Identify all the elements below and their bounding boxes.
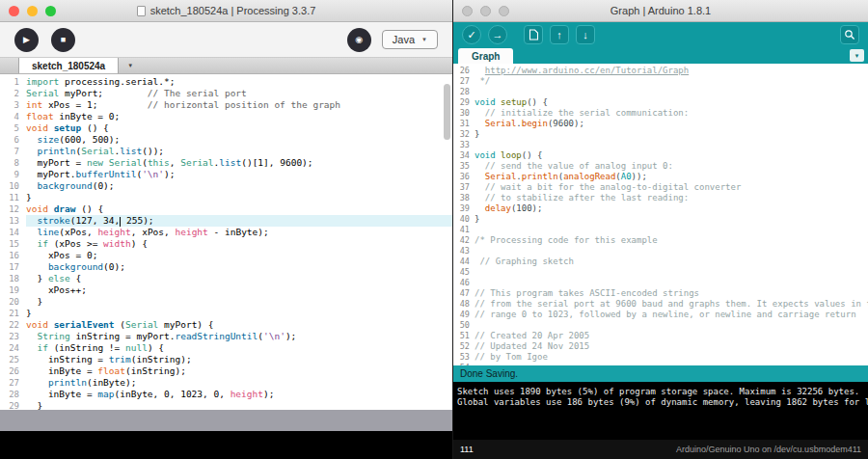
code-line[interactable]: 14 line(xPos, height, xPos, height - inB… <box>0 227 452 238</box>
code-line[interactable]: 28 inByte = map(inByte, 0, 1023, 0, heig… <box>0 389 452 400</box>
code-line[interactable]: 48// from the serial port at 9600 baud a… <box>453 299 868 310</box>
code-line[interactable]: 41 <box>453 225 868 235</box>
code-text: void setup() { <box>475 97 548 108</box>
code-line[interactable]: 33 <box>453 140 868 150</box>
code-line[interactable]: 9 myPort.bufferUntil('\n'); <box>0 169 452 180</box>
code-line[interactable]: 1import processing.serial.*; <box>0 76 452 88</box>
code-line[interactable]: 50 <box>453 320 868 331</box>
code-line[interactable]: 51// Created 20 Apr 2005 <box>453 331 868 341</box>
code-line[interactable]: 24 if (inString != null) { <box>0 342 452 354</box>
code-line[interactable]: 15 if (xPos >= width) { <box>0 238 452 250</box>
code-line[interactable]: 32} <box>453 129 868 140</box>
code-line[interactable]: 34void loop() { <box>453 150 868 161</box>
code-line[interactable]: 25 inString = trim(inString); <box>0 354 452 365</box>
code-line[interactable]: 11} <box>0 192 452 203</box>
code-line[interactable]: 29 } <box>0 400 452 410</box>
line-number: 21 <box>0 308 26 319</box>
code-line[interactable]: 46 <box>453 278 868 288</box>
code-line[interactable]: 37 // wait a bit for the analog-to-digit… <box>453 182 868 193</box>
processing-code-editor[interactable]: 1import processing.serial.*;2Serial myPo… <box>0 74 452 410</box>
tab-sketch-180524a[interactable]: sketch_180524a <box>18 58 119 73</box>
tab-menu-chevron-icon[interactable]: ▼ <box>850 49 864 62</box>
code-token: delay <box>485 203 511 213</box>
code-line[interactable]: 12void draw () { <box>0 203 452 215</box>
code-line[interactable]: 13 stroke(127, 34, 255); <box>0 215 452 227</box>
code-line[interactable]: 30 // initialize the serial communicatio… <box>453 108 868 119</box>
code-line[interactable]: 2Serial myPort; // The serial port <box>0 88 452 99</box>
line-number: 35 <box>453 161 475 172</box>
run-button[interactable]: ▶ <box>14 28 39 52</box>
zoom-window-button[interactable] <box>45 6 56 16</box>
tab-menu-chevron-icon[interactable]: ▼ <box>127 63 133 68</box>
code-line[interactable]: 49// range 0 to 1023, followed by a newl… <box>453 310 868 320</box>
minimize-window-button[interactable] <box>480 6 491 16</box>
code-line[interactable]: 20 } <box>0 296 452 308</box>
code-text: line(xPos, height, xPos, height - inByte… <box>26 227 269 238</box>
code-token: ); <box>285 331 296 341</box>
code-line[interactable]: 43 <box>453 246 868 256</box>
code-line[interactable]: 17 background(0); <box>0 261 452 273</box>
tab-graph[interactable]: Graph <box>458 48 513 64</box>
code-line[interactable]: 8 myPort = new Serial(this, Serial.list(… <box>0 157 452 169</box>
code-token: // send the value of analog input 0: <box>485 161 673 171</box>
code-line[interactable]: 38 // to stabilize after the last readin… <box>453 193 868 203</box>
minimize-window-button[interactable] <box>27 6 38 16</box>
close-window-button[interactable] <box>462 6 473 16</box>
code-text: // from the serial port at 9600 baud and… <box>475 299 868 310</box>
code-line[interactable]: 27 println(inByte); <box>0 377 452 389</box>
code-line[interactable]: 16 xPos = 0; <box>0 250 452 261</box>
code-line[interactable]: 22void serialEvent (Serial myPort) { <box>0 319 452 331</box>
code-line[interactable]: 27 */ <box>453 76 868 87</box>
line-number-indicator: 111 <box>460 445 474 454</box>
code-line[interactable]: 4float inByte = 0; <box>0 111 452 122</box>
code-line[interactable]: 45 <box>453 267 868 278</box>
code-line[interactable]: 5void setup () { <box>0 122 452 134</box>
code-line[interactable]: 52// Updated 24 Nov 2015 <box>453 341 868 352</box>
code-line[interactable]: 28 <box>453 87 868 97</box>
processing-titlebar[interactable]: sketch_180524a | Processing 3.3.7 <box>0 0 452 22</box>
code-line[interactable]: 7 println(Serial.list()); <box>0 146 452 157</box>
code-line[interactable]: 39 delay(100); <box>453 203 868 214</box>
code-line[interactable]: 29void setup() { <box>453 97 868 108</box>
code-text: // Graphing sketch <box>475 256 574 267</box>
code-line[interactable]: 40} <box>453 214 868 225</box>
arduino-titlebar[interactable]: Graph | Arduino 1.8.1 <box>453 0 868 22</box>
new-sketch-button[interactable] <box>524 25 543 44</box>
verify-button[interactable]: ✓ <box>462 25 481 44</box>
zoom-window-button[interactable] <box>499 6 509 16</box>
serial-monitor-button[interactable] <box>840 25 859 44</box>
arduino-code-editor[interactable]: 26 http://www.arduino.cc/en/Tutorial/Gra… <box>453 64 868 365</box>
code-line[interactable]: 23 String inString = myPort.readStringUn… <box>0 331 452 342</box>
debug-button[interactable]: ◉ <box>347 28 371 52</box>
save-sketch-button[interactable]: ↓ <box>576 25 595 44</box>
code-line[interactable]: 10 background(0); <box>0 180 452 192</box>
line-number: 27 <box>0 377 26 389</box>
stop-button[interactable]: ■ <box>51 28 75 52</box>
scrollbar-thumb[interactable] <box>444 84 450 140</box>
code-line[interactable]: 26 http://www.arduino.cc/en/Tutorial/Gra… <box>453 66 868 76</box>
code-line[interactable]: 6 size(600, 500); <box>0 134 452 146</box>
code-line[interactable]: 26 inByte = float(inString); <box>0 365 452 377</box>
code-line[interactable]: 3int xPos = 1; // horizontal position of… <box>0 99 452 111</box>
code-token: processing.serial.*; <box>59 76 175 87</box>
arduino-console[interactable]: Sketch uses 1890 bytes (5%) of program s… <box>453 382 868 440</box>
code-line[interactable]: 21} <box>0 308 452 319</box>
code-line[interactable]: 18 } else { <box>0 273 452 284</box>
close-window-button[interactable] <box>9 6 19 16</box>
code-line[interactable]: 47// This program takes ASCII-encoded st… <box>453 288 868 299</box>
code-line[interactable]: 42/* Processing code for this example <box>453 235 868 246</box>
code-token: Serial <box>26 88 59 98</box>
code-line[interactable]: 53// by Tom Igoe <box>453 352 868 363</box>
code-line[interactable]: 19 xPos++; <box>0 284 452 296</box>
open-sketch-button[interactable]: ↑ <box>550 25 569 44</box>
code-line[interactable]: 36 Serial.println(analogRead(A0)); <box>453 172 868 182</box>
code-line[interactable]: 35 // send the value of analog input 0: <box>453 161 868 172</box>
code-line[interactable]: 44 // Graphing sketch <box>453 256 868 267</box>
code-line[interactable]: 31 Serial.begin(9600); <box>453 119 868 129</box>
code-text: inString = trim(inString); <box>26 354 192 365</box>
code-token: (inByte, 0, 1023, 0, <box>115 389 231 399</box>
processing-window: sketch_180524a | Processing 3.3.7 ▶ ■ ◉ … <box>0 0 452 459</box>
mode-selector-java[interactable]: Java ▼ <box>382 30 438 49</box>
code-text: void draw () { <box>26 203 103 215</box>
upload-button[interactable]: → <box>488 25 507 44</box>
